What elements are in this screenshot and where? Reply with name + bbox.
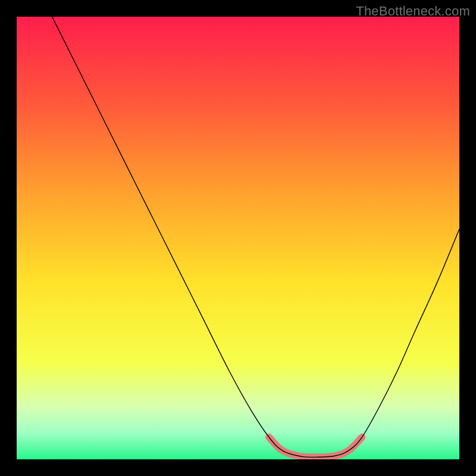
plot-area [17,17,459,459]
chart-stage: TheBottleneck.com [0,0,476,476]
gradient-background [17,17,459,459]
chart-svg [17,17,459,459]
